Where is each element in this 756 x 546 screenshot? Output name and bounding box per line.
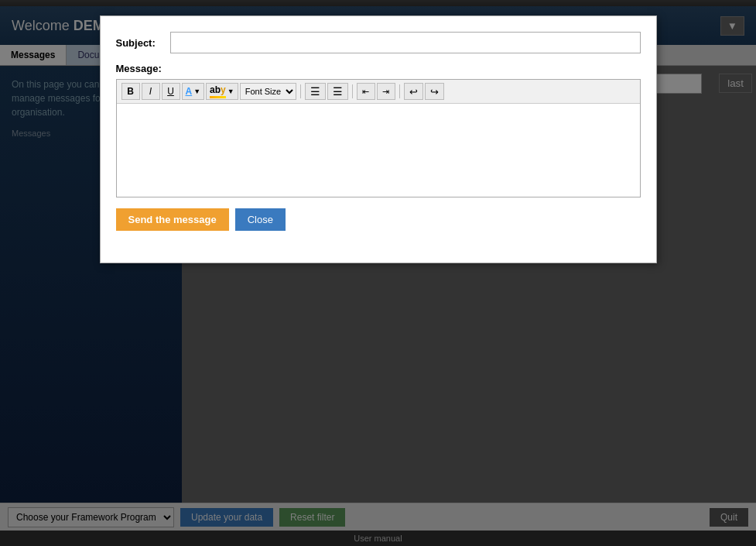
- modal-overlay: Subject: Message: B I U A ▼ aby: [0, 0, 756, 546]
- toolbar-separator-3: [399, 84, 400, 98]
- ordered-list-button[interactable]: ☰: [327, 83, 348, 100]
- font-color-chevron-icon: ▼: [193, 88, 200, 95]
- message-editor[interactable]: [117, 104, 640, 197]
- font-color-button[interactable]: A ▼: [182, 83, 205, 100]
- unordered-list-button[interactable]: ☰: [305, 83, 326, 100]
- compose-modal: Subject: Message: B I U A ▼ aby: [100, 15, 657, 263]
- highlight-chevron-icon: ▼: [227, 88, 234, 95]
- editor-container: B I U A ▼ aby ▼ Font Size 8 1: [116, 79, 641, 197]
- close-button[interactable]: Close: [235, 208, 286, 231]
- modal-buttons: Send the message Close: [116, 208, 641, 231]
- toolbar-separator-2: [352, 84, 353, 98]
- font-color-a-icon: A: [186, 86, 193, 97]
- subject-row: Subject:: [116, 32, 641, 53]
- message-label: Message:: [116, 63, 641, 74]
- bold-button[interactable]: B: [121, 83, 140, 100]
- font-size-select[interactable]: Font Size 8 10 12 14 16 18 24 36: [240, 83, 296, 100]
- italic-button[interactable]: I: [142, 83, 160, 100]
- underline-button[interactable]: U: [162, 83, 180, 100]
- outdent-button[interactable]: ⇤: [357, 83, 375, 100]
- editor-toolbar: B I U A ▼ aby ▼ Font Size 8 1: [117, 80, 640, 104]
- toolbar-separator-1: [300, 84, 301, 98]
- send-message-button[interactable]: Send the message: [116, 208, 229, 231]
- undo-button[interactable]: ↩: [404, 83, 423, 100]
- subject-input[interactable]: [170, 32, 641, 53]
- redo-button[interactable]: ↪: [425, 83, 444, 100]
- highlight-button[interactable]: aby ▼: [206, 83, 238, 100]
- subject-label: Subject:: [116, 37, 162, 49]
- highlight-abc-icon: aby: [210, 84, 226, 98]
- indent-button[interactable]: ⇥: [377, 83, 395, 100]
